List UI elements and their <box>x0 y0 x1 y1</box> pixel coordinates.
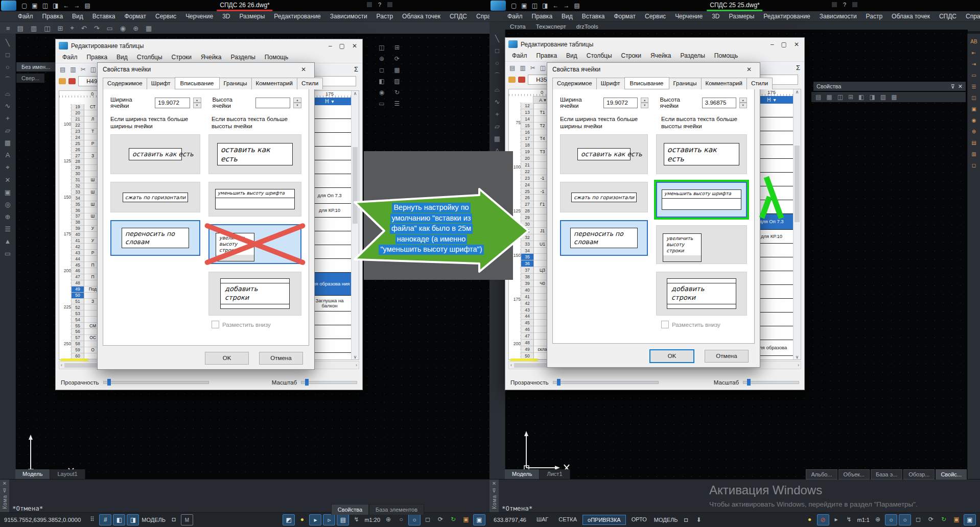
spin-down-icon[interactable]: ▼ <box>739 103 747 108</box>
status-icon[interactable]: ◘ <box>168 514 179 524</box>
menu-item[interactable]: drzTools <box>571 23 603 30</box>
dialog-menu-item[interactable]: Вид <box>112 52 132 63</box>
row-number[interactable]: 19 <box>521 149 534 155</box>
properties-tab[interactable]: Границы <box>669 78 702 89</box>
qat-icon[interactable]: ← <box>63 2 69 9</box>
row-number[interactable]: 27 <box>72 153 84 159</box>
qat-icon[interactable]: ▤ <box>574 2 579 9</box>
toolbar-icon[interactable]: ◉ <box>120 25 126 32</box>
spin-down-icon[interactable]: ▼ <box>193 103 201 108</box>
tool-icon[interactable]: ⊞ <box>394 44 400 51</box>
draw-tool-icon[interactable]: ○ <box>495 59 499 67</box>
minimize-icon[interactable]: – <box>329 42 332 50</box>
dialog-toolbar-icon[interactable]: ✂ <box>81 66 86 73</box>
dialog-menu-item[interactable]: Ячейка <box>646 51 675 61</box>
row-number[interactable]: 25 <box>72 140 84 147</box>
fit-option-tile[interactable]: оставить как есть <box>208 134 301 174</box>
layout-tab[interactable]: Модель <box>505 469 540 479</box>
menu-item[interactable]: 3D <box>218 12 235 21</box>
dialog-toolbar-icon[interactable]: ▤ <box>60 66 65 73</box>
qat-icon[interactable]: ▤ <box>84 2 90 9</box>
close-icon[interactable]: ✕ <box>794 41 799 48</box>
status-icon[interactable]: ▣ <box>951 514 962 524</box>
mode-toggle-button[interactable]: ОРТО <box>627 515 651 525</box>
panel-strip-icon[interactable]: ◻ <box>972 162 976 168</box>
dialog-menu-item[interactable]: Файл <box>58 52 82 63</box>
menu-item[interactable]: Стэта <box>505 23 531 30</box>
status-icon[interactable]: ↯ <box>351 514 362 524</box>
menu-item[interactable]: Редактирование <box>759 12 814 21</box>
dialog-menu-item[interactable]: Ячейка <box>196 52 226 63</box>
row-number[interactable]: 43 <box>72 250 84 256</box>
properties-tab[interactable]: Шрифт <box>147 78 175 89</box>
draw-tool-icon[interactable]: ▦ <box>5 139 11 147</box>
row-number[interactable]: 40 <box>521 287 534 294</box>
status-toggle-icon[interactable]: ◧ <box>113 514 125 525</box>
properties-tab[interactable]: Комментарий <box>251 78 297 89</box>
tool-icon[interactable]: ▭ <box>379 100 384 107</box>
menu-item[interactable]: Техэксперт <box>531 23 571 30</box>
draw-tool-icon[interactable]: ▣ <box>5 188 11 196</box>
toolbar-icon[interactable]: ▤ <box>17 25 24 32</box>
row-number[interactable]: 23 <box>521 175 534 182</box>
menu-item[interactable]: Облака точек <box>398 12 445 21</box>
vertical-scrollbar[interactable]: ∧ ∨ <box>793 89 801 360</box>
row-number[interactable]: 29 <box>72 165 84 171</box>
properties-tab[interactable]: Шрифт <box>596 78 625 89</box>
scroll-up-icon[interactable]: ∧ <box>796 89 799 94</box>
titlebar-square-icon[interactable] <box>852 2 857 7</box>
toolbar-icon[interactable]: ▦ <box>146 25 152 32</box>
fit-option-tile[interactable]: переносить по словам <box>110 220 200 256</box>
lock-icon[interactable] <box>59 78 66 84</box>
draw-tool-icon[interactable]: ⌓ <box>5 89 10 98</box>
menu-item[interactable]: Растр <box>372 12 398 21</box>
ok-button[interactable]: OK <box>649 349 694 363</box>
mode-toggle-button[interactable]: СЕТКА <box>554 515 581 525</box>
height-input[interactable]: 3.96875 <box>702 98 736 108</box>
row-number[interactable]: 46 <box>72 268 84 274</box>
dialog-menu-item[interactable]: Правка <box>82 52 112 63</box>
dialog-titlebar[interactable]: Редактирование таблицы – ▢ ✕ <box>505 38 804 51</box>
properties-tab[interactable]: Вписывание <box>175 77 220 89</box>
status-icon[interactable]: ⊘ <box>817 514 829 525</box>
draw-tool-icon[interactable]: ▱ <box>5 127 10 134</box>
spin-up-icon[interactable]: ▲ <box>641 98 648 103</box>
row-number[interactable]: 35 <box>72 201 84 207</box>
status-icon[interactable]: ⟳ <box>925 514 937 524</box>
sum-icon[interactable]: Σ <box>796 64 800 71</box>
panel-strip-icon[interactable]: ⇥ <box>972 61 976 67</box>
menu-item[interactable]: Правка <box>38 12 68 21</box>
fit-option-tile[interactable]: сжать по горизонтали <box>110 182 200 212</box>
pin-icon[interactable]: ⊽ <box>3 488 6 493</box>
menu-item[interactable]: Зависимости <box>325 12 372 21</box>
row-number[interactable]: 20 <box>521 155 534 162</box>
panel-strip-icon[interactable]: ▣ <box>971 106 976 112</box>
dock-panel-tab[interactable]: Свойства <box>331 504 369 515</box>
row-number[interactable]: 48 <box>72 280 84 286</box>
mode-toggle-button[interactable]: ШАГ <box>532 515 553 525</box>
status-icon[interactable]: ● <box>296 514 308 524</box>
menu-item[interactable]: Файл <box>13 12 38 21</box>
status-icon[interactable]: ○ <box>899 514 911 525</box>
spin-down-icon[interactable]: ▼ <box>641 103 648 108</box>
status-icon[interactable]: ● <box>804 514 815 524</box>
scroll-down-icon[interactable]: ∨ <box>796 354 799 360</box>
qat-icon[interactable]: ▢ <box>21 2 27 9</box>
row-number[interactable]: 21 <box>521 162 534 169</box>
dialog-menu-item[interactable]: Строки <box>167 52 196 63</box>
checkbox[interactable] <box>212 321 219 328</box>
row-number[interactable]: 14 <box>521 116 534 123</box>
menu-item[interactable]: 3D <box>707 12 724 21</box>
menu-item[interactable]: Черчение <box>181 12 218 21</box>
fit-option-tile[interactable]: оставить как есть <box>656 134 747 174</box>
row-number[interactable]: 12 <box>521 103 534 109</box>
panel-strip-icon[interactable]: ☰ <box>972 84 976 89</box>
dialog-menu-item[interactable]: Столбцы <box>582 51 617 61</box>
row-number[interactable]: 36 <box>72 207 84 213</box>
row-number[interactable]: 55 <box>72 323 84 329</box>
panel-strip-icon[interactable]: ▥ <box>971 151 976 157</box>
right-panel-tab[interactable]: Альбо... <box>806 469 837 480</box>
panel-toolbar-icon[interactable]: ▤ <box>815 93 821 101</box>
row-number[interactable]: 59 <box>72 347 84 353</box>
layout-tab[interactable]: Модель <box>15 469 50 479</box>
